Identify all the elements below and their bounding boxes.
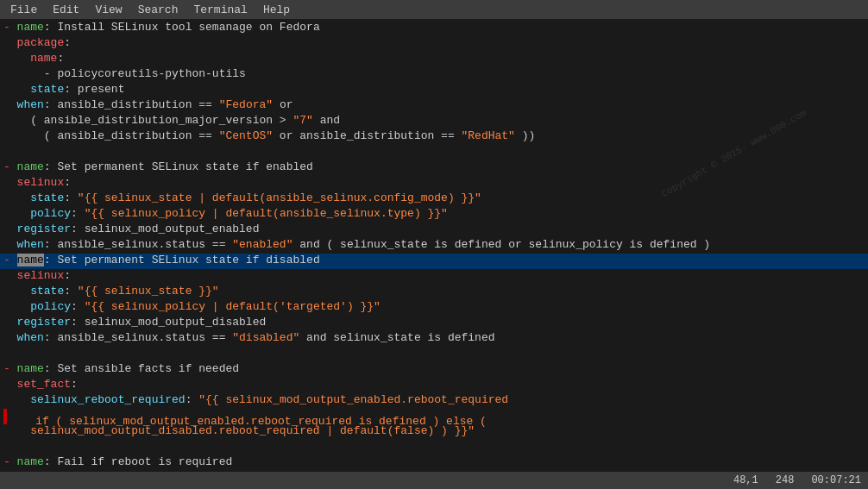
code-line: when: ansible_distribution == "Fedora" o… <box>0 98 868 114</box>
code-line: if ( selinux_mod_output_enabled.reboot_r… <box>0 409 868 424</box>
code-line: policy: "{{ selinux_policy | default(ans… <box>0 207 868 223</box>
code-line: when: ansible_selinux.status == "enabled… <box>0 238 868 254</box>
cursor-position: 48,1 <box>733 474 758 486</box>
code-line: selinux: <box>0 269 868 285</box>
code-line: - name: Set ansible facts if needed <box>0 362 868 378</box>
menu-view[interactable]: View <box>88 2 129 18</box>
menu-terminal[interactable]: Terminal <box>186 2 254 18</box>
code-line: ( ansible_distribution == "CentOS" or an… <box>0 129 868 145</box>
menu-file[interactable]: File <box>3 2 44 18</box>
code-line: ( ansible_distribution_major_version > "… <box>0 114 868 129</box>
code-line: state: "{{ selinux_state | default(ansib… <box>0 191 868 207</box>
time-display: 00:07:21 <box>811 474 861 486</box>
code-line <box>0 145 868 160</box>
code-editor[interactable]: - name: Install SELinux tool semanage on… <box>0 19 868 472</box>
code-line: policy: "{{ selinux_policy | default('ta… <box>0 300 868 316</box>
code-line: - name: Set permanent SELinux state if e… <box>0 160 868 176</box>
code-line: selinux: <box>0 176 868 191</box>
code-line: package: <box>0 36 868 52</box>
code-line <box>0 440 868 455</box>
menu-edit[interactable]: Edit <box>46 2 86 18</box>
menu-help[interactable]: Help <box>256 2 297 18</box>
code-line: state: "{{ selinux_state }}" <box>0 285 868 300</box>
code-line: selinux_reboot_required: "{{ selinux_mod… <box>0 393 868 409</box>
code-line: name: <box>0 52 868 67</box>
selected-code-line: - name: Set permanent SELinux state if d… <box>0 254 868 269</box>
code-line: register: selinux_mod_output_disabled <box>0 316 868 331</box>
code-line: when: ansible_selinux.status == "disable… <box>0 331 868 347</box>
menu-search[interactable]: Search <box>131 2 186 18</box>
status-right: 48,1 248 00:07:21 <box>733 474 861 486</box>
code-line: set_fact: <box>0 378 868 393</box>
code-line: - name: Install SELinux tool semanage on… <box>0 21 868 36</box>
code-line: state: present <box>0 83 868 98</box>
code-line: - policycoreutils-python-utils <box>0 67 868 83</box>
code-line: - name: Fail if reboot is required <box>0 455 868 471</box>
status-bar: 48,1 248 00:07:21 <box>0 472 868 489</box>
menu-bar: File Edit View Search Terminal Help <box>0 0 868 19</box>
code-line: register: selinux_mod_output_enabled <box>0 223 868 238</box>
code-line <box>0 347 868 362</box>
total-lines: 248 <box>776 474 795 486</box>
